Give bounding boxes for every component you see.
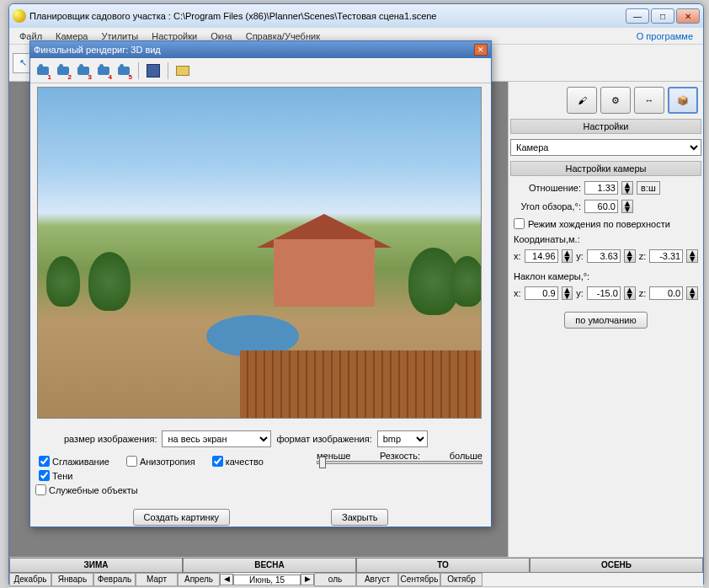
app-icon: [13, 9, 26, 23]
z-label: z:: [639, 251, 647, 261]
month-feb[interactable]: Февраль: [93, 573, 136, 586]
month-dec[interactable]: Декабрь: [9, 573, 51, 586]
camera-2-button[interactable]: 2: [54, 61, 72, 80]
render-dialog: Финальный рендериг: 3D вид ✕ 1 2 3 4 5 р…: [29, 40, 492, 527]
save-icon[interactable]: [144, 61, 163, 80]
service-objects-checkbox[interactable]: [35, 484, 46, 495]
smoothing-checkbox[interactable]: [39, 456, 50, 467]
month-current[interactable]: Июнь, 15: [233, 575, 301, 585]
dialog-close-icon[interactable]: ✕: [474, 44, 488, 56]
close-button[interactable]: ✕: [676, 8, 700, 24]
titlebar[interactable]: Планировщик садового участка : C:\Progra…: [9, 4, 703, 28]
month-aug[interactable]: Август: [356, 573, 398, 586]
shadows-label: Тени: [52, 471, 72, 481]
season-winter[interactable]: ЗИМА: [9, 558, 183, 573]
camera-5-button[interactable]: 5: [115, 61, 133, 80]
y-label: y:: [576, 251, 584, 261]
sharpness-slider[interactable]: [317, 461, 482, 464]
season-summer[interactable]: ТО: [356, 558, 530, 573]
coord-z-spinner[interactable]: ▲▼: [686, 249, 698, 263]
walk-mode-label: Режим хождения по поверхности: [528, 219, 670, 229]
tilt-x-input[interactable]: [525, 286, 558, 300]
coord-y-spinner[interactable]: ▲▼: [624, 249, 636, 263]
dialog-title: Финальный рендериг: 3D вид: [34, 45, 474, 55]
tilt-y-input[interactable]: [587, 286, 621, 300]
season-spring[interactable]: ВЕСНА: [183, 558, 356, 573]
month-mar[interactable]: Март: [136, 573, 178, 586]
default-button[interactable]: по умолчанию: [564, 312, 647, 329]
ty-label: y:: [576, 288, 584, 298]
coord-x-input[interactable]: [525, 249, 558, 263]
month-prev-icon[interactable]: ◀: [220, 574, 233, 585]
settings-dropdown[interactable]: Камера: [510, 139, 701, 156]
image-size-label: размер изображения:: [64, 434, 157, 444]
month-jan[interactable]: Январь: [51, 573, 93, 586]
camera-3-button[interactable]: 3: [74, 61, 93, 80]
camera-4-button[interactable]: 4: [94, 61, 113, 80]
dialog-toolbar: 1 2 3 4 5: [30, 58, 491, 83]
maximize-button[interactable]: □: [651, 8, 674, 24]
quality-label: качество: [226, 457, 264, 467]
month-next-icon[interactable]: ▶: [301, 574, 314, 585]
fov-spinner[interactable]: ▲▼: [621, 200, 633, 213]
smoothing-label: Сглаживание: [52, 457, 109, 467]
sharpness-label: Резкость:: [380, 451, 420, 461]
tool-cube-icon[interactable]: 📦: [668, 87, 698, 114]
ratio-label: Отношение:: [514, 183, 581, 193]
shadows-checkbox[interactable]: [39, 470, 50, 481]
coords-label: Координаты,м.:: [514, 234, 698, 244]
month-jul[interactable]: оль: [314, 573, 356, 586]
tool-pipe-icon[interactable]: ⚙: [600, 87, 631, 114]
tz-label: z:: [639, 288, 647, 298]
season-autumn[interactable]: ОСЕНЬ: [530, 558, 703, 573]
image-format-select[interactable]: bmp: [377, 430, 428, 447]
month-sep[interactable]: Сентябрь: [398, 573, 440, 586]
dialog-close-button[interactable]: Закрыть: [331, 509, 388, 526]
tilt-label: Наклон камеры,°:: [514, 271, 698, 281]
anisotropy-label: Анизотропия: [140, 457, 195, 467]
ratio-lock-button[interactable]: в:ш: [637, 181, 660, 195]
camera-settings-header: Настройки камеры: [510, 161, 701, 176]
fov-input[interactable]: [584, 200, 618, 213]
create-image-button[interactable]: Создать картинку: [133, 509, 231, 526]
settings-header: Настройки: [510, 119, 701, 134]
coord-z-input[interactable]: [649, 249, 683, 263]
ratio-input[interactable]: [584, 181, 618, 195]
tilt-z-spinner[interactable]: ▲▼: [686, 286, 698, 300]
render-preview: [37, 87, 482, 419]
walk-mode-checkbox[interactable]: [514, 218, 525, 229]
tool-measure-icon[interactable]: ↔: [634, 87, 664, 114]
dialog-titlebar[interactable]: Финальный рендериг: 3D вид ✕: [30, 41, 491, 58]
month-apr[interactable]: Апрель: [178, 573, 220, 586]
image-size-select[interactable]: на весь экран: [162, 430, 271, 447]
tool-paint-icon[interactable]: 🖌: [567, 87, 597, 114]
right-panel: 🖌 ⚙ ↔ 📦 Настройки Камера Настройки камер…: [508, 82, 703, 557]
menu-about[interactable]: О программе: [630, 29, 700, 43]
month-oct[interactable]: Октябр: [440, 573, 482, 586]
window-title: Планировщик садового участка : C:\Progra…: [29, 11, 626, 21]
minimize-button[interactable]: —: [626, 8, 649, 24]
quality-checkbox[interactable]: [212, 456, 223, 467]
anisotropy-checkbox[interactable]: [126, 456, 137, 467]
coord-y-input[interactable]: [587, 249, 621, 263]
image-format-label: формат изображения:: [276, 434, 371, 444]
tx-label: x:: [514, 288, 521, 298]
x-label: x:: [514, 251, 521, 261]
tilt-z-input[interactable]: [649, 286, 683, 300]
service-objects-label: Служебные объекты: [49, 485, 138, 495]
ratio-spinner[interactable]: ▲▼: [621, 181, 633, 195]
fov-label: Угол обзора,°:: [514, 201, 581, 211]
tilt-y-spinner[interactable]: ▲▼: [624, 286, 636, 300]
more-label: больше: [450, 451, 482, 461]
folder-icon[interactable]: [173, 61, 192, 80]
coord-x-spinner[interactable]: ▲▼: [562, 249, 573, 263]
timeline: ЗИМА ВЕСНА ТО ОСЕНЬ Декабрь Январь Февра…: [9, 557, 703, 588]
tilt-x-spinner[interactable]: ▲▼: [562, 286, 573, 300]
camera-1-button[interactable]: 1: [34, 61, 52, 80]
